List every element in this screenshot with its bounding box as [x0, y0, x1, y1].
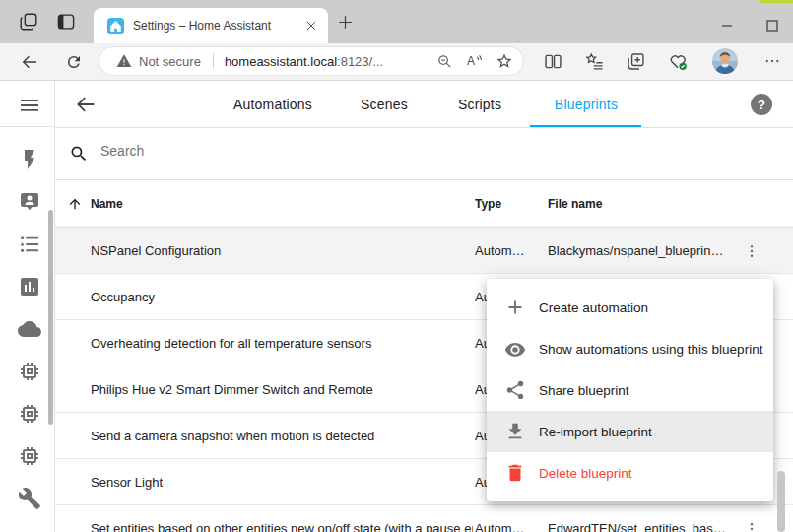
tab-scripts[interactable]: Scripts: [458, 81, 501, 128]
screen-edge-strip: [760, 0, 793, 3]
refresh-icon[interactable]: [62, 51, 86, 73]
address-suffix[interactable]: :8123/...: [337, 54, 383, 69]
blueprint-context-menu: Create automation Show automations using…: [487, 279, 773, 501]
active-tab-underline: [530, 125, 641, 127]
address-host[interactable]: homeassistant.local: [225, 54, 337, 69]
table-header: Name Type File name: [55, 180, 793, 228]
tab-title: Settings – Home Assistant: [133, 19, 304, 33]
zoom-out-icon[interactable]: [436, 53, 453, 70]
plus-icon: [504, 297, 526, 318]
download-icon: [504, 421, 526, 442]
row-overflow-menu-icon[interactable]: [741, 518, 762, 532]
address-divider: [213, 53, 214, 69]
column-name[interactable]: Name: [91, 197, 123, 211]
sidebar: [0, 81, 55, 532]
browser-essentials-icon[interactable]: [667, 50, 689, 72]
svg-text:A: A: [467, 54, 475, 68]
table-row[interactable]: NSPanel Configuration Autom… Blackymas/n…: [55, 228, 793, 274]
security-label[interactable]: Not secure: [139, 54, 201, 69]
app-header: Automations Scenes Scripts Blueprints ?: [55, 81, 793, 128]
favorites-icon[interactable]: [583, 50, 605, 72]
tab-scenes[interactable]: Scenes: [361, 81, 408, 128]
tab-automations[interactable]: Automations: [233, 81, 312, 128]
new-tab-icon[interactable]: [336, 13, 355, 32]
search-row: [55, 128, 793, 180]
sidebar-scrollbar[interactable]: [48, 210, 53, 425]
browser-tab[interactable]: Settings – Home Assistant: [94, 8, 328, 43]
back-arrow-icon[interactable]: [74, 93, 98, 116]
column-type[interactable]: Type: [475, 197, 501, 211]
chip-icon[interactable]: [18, 444, 41, 468]
back-icon[interactable]: [18, 51, 41, 73]
profile-avatar[interactable]: [712, 48, 738, 74]
sort-ascending-icon[interactable]: [67, 196, 83, 212]
share-icon: [504, 379, 526, 401]
split-screen-icon[interactable]: [542, 50, 563, 72]
row-overflow-menu-icon[interactable]: [741, 240, 762, 262]
sidebar-divider: [0, 126, 54, 127]
favorite-star-icon[interactable]: [496, 52, 513, 70]
bolt-icon[interactable]: [18, 148, 41, 171]
menu-icon[interactable]: [18, 94, 41, 117]
account-badge-icon[interactable]: [18, 190, 41, 214]
close-tab-icon[interactable]: [304, 19, 318, 33]
eye-icon: [504, 338, 526, 360]
minimize-button[interactable]: [716, 15, 738, 36]
menu-item-show-automations[interactable]: Show automations using this blueprint: [487, 328, 773, 369]
home-assistant-favicon: [107, 18, 124, 34]
table-row[interactable]: Set entities based on other entities new…: [55, 505, 793, 532]
wrench-icon[interactable]: [18, 487, 41, 510]
menu-item-create-automation[interactable]: Create automation: [487, 287, 773, 328]
help-icon[interactable]: ?: [751, 94, 772, 115]
cloud-icon[interactable]: [18, 317, 41, 341]
menu-item-share-blueprint[interactable]: Share blueprint: [487, 369, 773, 411]
list-icon[interactable]: [18, 233, 41, 256]
read-aloud-icon[interactable]: A: [465, 52, 484, 71]
chart-box-icon[interactable]: [18, 275, 41, 299]
maximize-button[interactable]: [761, 15, 783, 36]
address-bar[interactable]: Not secure homeassistant.local :8123/...…: [99, 46, 524, 76]
collections-icon[interactable]: [625, 50, 646, 72]
delete-icon: [504, 462, 526, 484]
tab-stack-icon[interactable]: [18, 11, 39, 33]
tab-blueprints[interactable]: Blueprints: [555, 81, 618, 128]
chip-icon[interactable]: [18, 360, 41, 383]
search-input[interactable]: [99, 142, 496, 160]
search-icon: [69, 144, 89, 164]
column-file-name[interactable]: File name: [548, 197, 602, 211]
more-options-icon[interactable]: [762, 51, 782, 71]
workspaces-icon[interactable]: [55, 11, 77, 33]
warning-triangle-icon: [116, 53, 132, 69]
page-scrollbar[interactable]: [777, 471, 785, 532]
menu-item-delete-blueprint[interactable]: Delete blueprint: [487, 452, 773, 494]
browser-toolbar: Not secure homeassistant.local :8123/...…: [0, 43, 793, 81]
menu-item-reimport-blueprint[interactable]: Re-import blueprint: [487, 411, 773, 452]
chip-icon[interactable]: [18, 402, 41, 426]
browser-titlebar: Settings – Home Assistant: [0, 0, 793, 43]
